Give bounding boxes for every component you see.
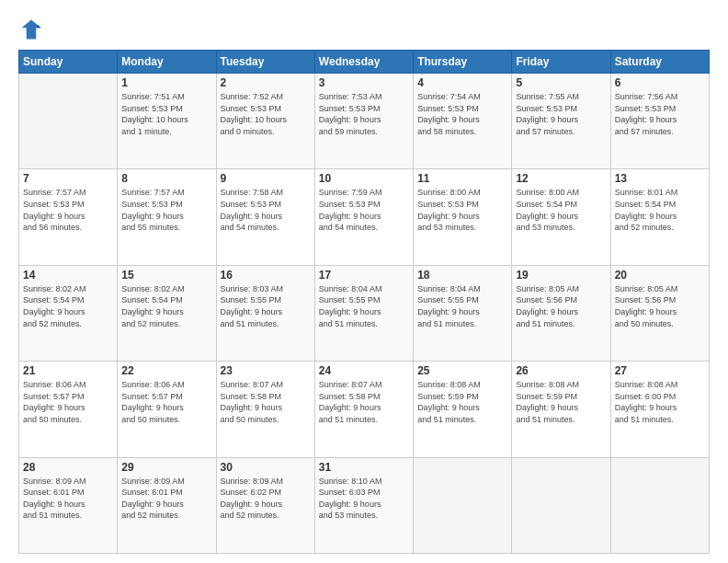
day-info: Sunset: 5:58 PM — [319, 391, 409, 403]
logo — [18, 17, 48, 42]
calendar-cell: 7Sunrise: 7:57 AMSunset: 5:53 PMDaylight… — [19, 169, 118, 265]
day-info: Daylight: 9 hours — [615, 114, 705, 126]
day-info: Sunset: 5:57 PM — [23, 391, 113, 403]
day-number: 12 — [516, 172, 606, 185]
day-info: and 1 minute. — [121, 126, 211, 138]
calendar-cell: 10Sunrise: 7:59 AMSunset: 5:53 PMDayligh… — [314, 169, 413, 265]
day-info: and 50 minutes. — [221, 414, 311, 426]
calendar-header: SundayMondayTuesdayWednesdayThursdayFrid… — [19, 51, 710, 74]
day-info: and 52 minutes. — [615, 222, 705, 234]
day-info: Daylight: 9 hours — [221, 211, 311, 223]
day-info: Sunrise: 8:04 AM — [417, 283, 507, 295]
day-info: and 57 minutes. — [615, 126, 705, 138]
day-number: 8 — [121, 172, 211, 185]
day-info: and 54 minutes. — [319, 222, 409, 234]
calendar-cell: 17Sunrise: 8:04 AMSunset: 5:55 PMDayligh… — [314, 265, 413, 361]
day-info: Daylight: 9 hours — [121, 211, 211, 223]
day-info: Daylight: 9 hours — [417, 402, 507, 414]
day-info: Sunset: 5:53 PM — [516, 103, 606, 115]
day-info: Daylight: 9 hours — [319, 402, 409, 414]
day-number: 18 — [417, 269, 507, 282]
day-info: and 51 minutes. — [417, 414, 507, 426]
day-info: Daylight: 9 hours — [121, 306, 211, 318]
day-info: Sunrise: 8:00 AM — [516, 187, 606, 199]
day-info: Sunset: 5:53 PM — [417, 103, 507, 115]
day-info: Sunset: 5:57 PM — [121, 391, 211, 403]
day-info: Sunrise: 8:08 AM — [417, 379, 507, 391]
day-number: 5 — [516, 76, 606, 89]
day-info: and 51 minutes. — [221, 318, 311, 330]
day-info: Sunrise: 7:54 AM — [417, 91, 507, 103]
day-info: and 53 minutes. — [319, 510, 409, 522]
day-number: 11 — [417, 172, 507, 185]
day-number: 26 — [516, 364, 606, 377]
day-number: 15 — [121, 269, 211, 282]
day-info: and 52 minutes. — [121, 510, 211, 522]
day-number: 20 — [615, 269, 705, 282]
day-info: and 0 minutes. — [221, 126, 311, 138]
day-number: 27 — [615, 364, 705, 377]
calendar-cell: 27Sunrise: 8:08 AMSunset: 6:00 PMDayligh… — [610, 362, 709, 457]
day-info: Daylight: 9 hours — [221, 306, 311, 318]
day-info: Sunrise: 7:53 AM — [319, 91, 409, 103]
calendar-cell — [610, 457, 709, 553]
calendar-body: 1Sunrise: 7:51 AMSunset: 5:53 PMDaylight… — [19, 74, 710, 554]
calendar-cell: 19Sunrise: 8:05 AMSunset: 5:56 PMDayligh… — [512, 265, 610, 361]
day-info: Daylight: 9 hours — [516, 211, 606, 223]
calendar-week-2: 7Sunrise: 7:57 AMSunset: 5:53 PMDaylight… — [19, 169, 710, 265]
day-info: and 51 minutes. — [319, 318, 409, 330]
calendar-cell — [512, 457, 610, 553]
calendar-cell: 22Sunrise: 8:06 AMSunset: 5:57 PMDayligh… — [118, 362, 216, 457]
day-info: Daylight: 9 hours — [516, 306, 606, 318]
calendar-cell: 24Sunrise: 8:07 AMSunset: 5:58 PMDayligh… — [314, 362, 413, 457]
day-info: Sunset: 5:54 PM — [121, 294, 211, 306]
day-info: and 53 minutes. — [417, 222, 507, 234]
calendar-table: SundayMondayTuesdayWednesdayThursdayFrid… — [18, 50, 710, 554]
day-info: Daylight: 9 hours — [23, 306, 113, 318]
day-info: and 55 minutes. — [121, 222, 211, 234]
day-info: Sunrise: 8:06 AM — [23, 379, 113, 391]
weekday-header-friday: Friday — [512, 51, 610, 74]
day-info: and 56 minutes. — [23, 222, 113, 234]
day-number: 1 — [121, 76, 211, 89]
day-number: 3 — [319, 76, 409, 89]
day-info: Sunrise: 7:57 AM — [121, 187, 211, 199]
day-info: Sunrise: 7:51 AM — [121, 91, 211, 103]
day-number: 29 — [121, 461, 211, 474]
day-info: Sunset: 5:59 PM — [417, 391, 507, 403]
calendar-cell: 18Sunrise: 8:04 AMSunset: 5:55 PMDayligh… — [414, 265, 512, 361]
weekday-header-thursday: Thursday — [414, 51, 512, 74]
day-info: Sunset: 6:03 PM — [319, 487, 409, 499]
calendar-cell: 25Sunrise: 8:08 AMSunset: 5:59 PMDayligh… — [414, 362, 512, 457]
day-info: Sunset: 5:53 PM — [417, 199, 507, 211]
day-info: Sunrise: 8:09 AM — [23, 476, 113, 488]
calendar-cell: 4Sunrise: 7:54 AMSunset: 5:53 PMDaylight… — [414, 74, 512, 169]
day-info: and 51 minutes. — [23, 510, 113, 522]
day-info: Sunrise: 8:01 AM — [615, 187, 705, 199]
day-number: 13 — [615, 172, 705, 185]
day-info: Sunrise: 8:08 AM — [615, 379, 705, 391]
day-info: Sunrise: 8:07 AM — [319, 379, 409, 391]
day-info: and 59 minutes. — [319, 126, 409, 138]
day-info: Sunrise: 8:08 AM — [516, 379, 606, 391]
day-info: Sunrise: 7:55 AM — [516, 91, 606, 103]
calendar-cell: 3Sunrise: 7:53 AMSunset: 5:53 PMDaylight… — [314, 74, 413, 169]
day-number: 4 — [417, 76, 507, 89]
day-info: Sunset: 6:02 PM — [221, 487, 311, 499]
day-info: Sunset: 5:56 PM — [615, 294, 705, 306]
day-info: Sunrise: 8:03 AM — [221, 283, 311, 295]
weekday-header-sunday: Sunday — [19, 51, 118, 74]
day-info: Sunset: 5:55 PM — [417, 294, 507, 306]
day-number: 14 — [23, 269, 113, 282]
day-info: Daylight: 9 hours — [319, 114, 409, 126]
day-info: and 51 minutes. — [516, 318, 606, 330]
day-info: and 51 minutes. — [615, 414, 705, 426]
day-info: Sunset: 5:53 PM — [319, 103, 409, 115]
day-info: Daylight: 10 hours — [121, 114, 211, 126]
day-info: Daylight: 9 hours — [516, 402, 606, 414]
calendar-cell: 5Sunrise: 7:55 AMSunset: 5:53 PMDaylight… — [512, 74, 610, 169]
day-number: 25 — [417, 364, 507, 377]
day-info: Daylight: 9 hours — [319, 211, 409, 223]
header — [18, 17, 710, 42]
weekday-header-row: SundayMondayTuesdayWednesdayThursdayFrid… — [19, 51, 710, 74]
